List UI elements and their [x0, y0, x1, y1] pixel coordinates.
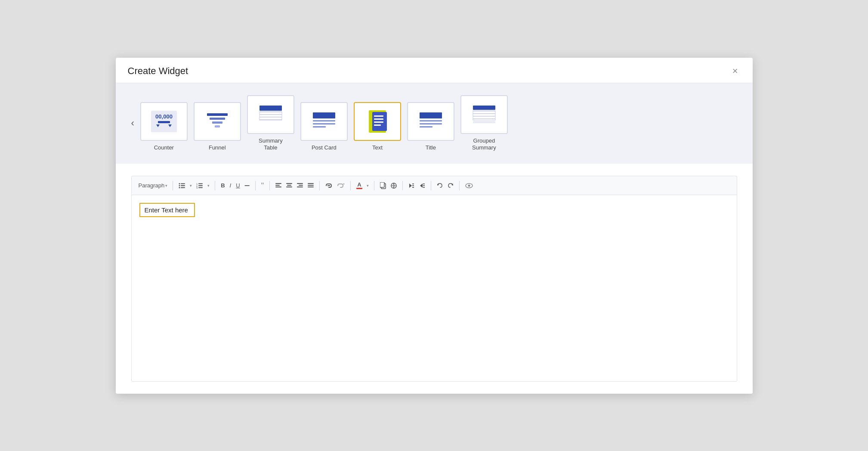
align-left-button[interactable] — [273, 182, 284, 190]
outdent-button[interactable] — [417, 181, 427, 190]
svg-rect-16 — [313, 120, 335, 121]
widget-item-grouped-summary[interactable]: GroupedSummary — [460, 95, 508, 152]
toolbar-separator-4 — [269, 181, 270, 190]
svg-rect-43 — [198, 183, 203, 184]
svg-rect-45 — [198, 185, 203, 186]
svg-rect-35 — [473, 121, 495, 123]
svg-rect-72 — [423, 184, 425, 184]
svg-rect-33 — [473, 118, 495, 119]
toolbar-separator-6 — [350, 181, 351, 190]
toolbar-separator-7 — [374, 181, 374, 190]
widget-label-counter: Counter — [154, 144, 174, 152]
font-color-button[interactable]: A — [354, 180, 364, 190]
modal-header: Create Widget × — [116, 58, 753, 83]
svg-point-36 — [179, 183, 180, 184]
svg-rect-50 — [275, 187, 281, 187]
modal-body: ‹ 00,000 Counter — [116, 83, 753, 394]
svg-rect-47 — [198, 187, 203, 188]
svg-marker-67 — [409, 184, 412, 188]
svg-point-38 — [179, 185, 180, 186]
font-color-dropdown[interactable]: ▾ — [365, 182, 371, 189]
widget-item-funnel[interactable]: Funnel — [194, 102, 241, 152]
list-dropdown[interactable]: ▾ — [188, 182, 194, 189]
svg-rect-73 — [423, 185, 425, 186]
svg-rect-64 — [380, 182, 384, 187]
svg-rect-39 — [181, 185, 185, 186]
link2-button[interactable] — [389, 181, 399, 190]
widget-icon-post-card — [300, 102, 348, 141]
toolbar-separator-9 — [431, 181, 431, 190]
toolbar-align-group — [273, 182, 316, 190]
text-placeholder[interactable]: Enter Text here — [139, 203, 195, 217]
italic-button[interactable]: I — [228, 181, 234, 190]
toolbar-view-group — [463, 182, 475, 190]
paragraph-dropdown[interactable]: Paragraph ▾ — [137, 181, 170, 190]
svg-rect-53 — [286, 187, 292, 187]
svg-text:3.: 3. — [196, 187, 198, 189]
create-widget-modal: Create Widget × ‹ 00,000 — [116, 58, 753, 394]
ordered-list-button[interactable]: 1.2.3. — [194, 181, 205, 190]
svg-rect-31 — [473, 113, 495, 114]
svg-rect-22 — [374, 118, 383, 120]
picker-prev-button[interactable]: ‹ — [131, 118, 140, 128]
close-button[interactable]: × — [730, 65, 741, 77]
preview-button[interactable] — [463, 182, 475, 190]
toolbar-list-group: ▾ 1.2.3. ▾ — [176, 181, 211, 190]
toolbar-indent-group — [406, 181, 427, 190]
widget-icon-title — [407, 102, 454, 141]
svg-rect-68 — [412, 184, 414, 184]
svg-rect-21 — [374, 115, 383, 117]
svg-rect-55 — [299, 185, 303, 186]
toolbar-separator-5 — [319, 181, 320, 190]
strikethrough-button[interactable]: — — [243, 182, 252, 189]
remove-link-button[interactable] — [335, 182, 347, 190]
widget-icon-counter: 00,000 — [140, 102, 188, 141]
svg-rect-24 — [374, 124, 381, 126]
toolbar-separator-10 — [459, 181, 460, 190]
toolbar-quote-group: " — [259, 180, 266, 191]
toolbar-clipboard-group — [378, 181, 399, 190]
blockquote-button[interactable]: " — [259, 180, 266, 191]
toolbar-separator-3 — [255, 181, 256, 190]
widget-item-title[interactable]: Title — [407, 102, 454, 152]
widget-item-text[interactable]: Text — [354, 102, 401, 152]
widget-item-post-card[interactable]: Post Card — [300, 102, 348, 152]
svg-rect-25 — [420, 112, 442, 118]
svg-rect-14 — [259, 112, 282, 120]
widget-picker: ‹ 00,000 Counter — [116, 83, 753, 164]
svg-marker-71 — [420, 184, 423, 188]
widget-label-summary-table: SummaryTable — [259, 137, 283, 152]
widget-item-counter[interactable]: 00,000 Counter — [140, 102, 188, 152]
editor-area: Paragraph ▾ ▾ 1.2.3. ▾ — [116, 164, 753, 393]
widget-item-summary-table[interactable]: SummaryTable — [247, 95, 294, 152]
ordered-list-caret-icon: ▾ — [207, 184, 210, 188]
align-center-button[interactable] — [284, 182, 294, 190]
svg-rect-2 — [158, 121, 170, 123]
toolbar-format-group: B I U — — [219, 181, 251, 190]
svg-rect-48 — [275, 183, 281, 184]
toolbar-history-group — [435, 181, 456, 190]
svg-rect-74 — [423, 187, 425, 188]
indent-button[interactable] — [406, 181, 417, 190]
redo-button[interactable] — [445, 181, 456, 190]
svg-point-40 — [179, 187, 180, 188]
underline-button[interactable]: U — [234, 181, 242, 190]
undo-button[interactable] — [435, 181, 445, 190]
editor-content[interactable]: Enter Text here — [131, 195, 737, 381]
svg-rect-26 — [420, 120, 442, 121]
bold-button[interactable]: B — [219, 181, 227, 190]
insert-link-button[interactable] — [323, 182, 334, 190]
align-right-button[interactable] — [295, 182, 305, 190]
align-justify-button[interactable] — [306, 182, 316, 190]
toolbar-link-group — [323, 182, 347, 190]
svg-rect-29 — [473, 106, 495, 110]
widget-label-post-card: Post Card — [312, 144, 337, 152]
copy-button[interactable] — [378, 181, 388, 190]
unordered-list-button[interactable] — [176, 181, 188, 190]
ordered-list-dropdown[interactable]: ▾ — [206, 182, 211, 189]
svg-rect-8 — [215, 125, 220, 128]
widget-items-container: 00,000 Counter — [140, 95, 508, 152]
svg-rect-70 — [412, 187, 414, 188]
font-color-caret-icon: ▾ — [367, 184, 369, 188]
svg-rect-59 — [308, 187, 314, 187]
